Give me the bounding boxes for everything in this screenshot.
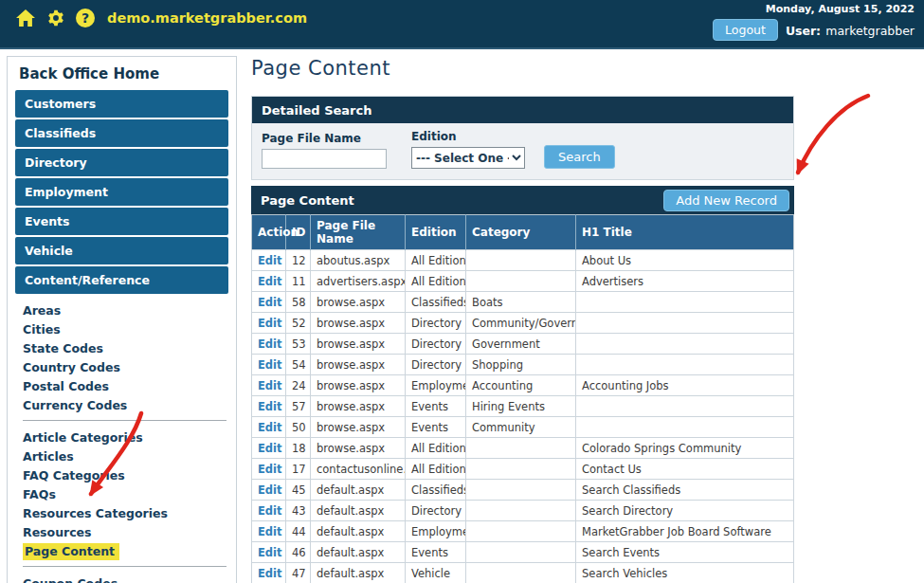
id-cell: 58	[286, 292, 311, 313]
h1-title-cell: MarketGrabber Job Board Software	[576, 521, 794, 542]
edit-link[interactable]: Edit	[258, 567, 282, 580]
sidebar-section-button[interactable]: Directory	[15, 149, 228, 176]
edit-link[interactable]: Edit	[258, 358, 282, 372]
sidebar-section-button[interactable]: Classifieds	[15, 119, 228, 147]
edit-link[interactable]: Edit	[258, 504, 282, 518]
edition-cell: All Editions	[406, 438, 466, 459]
sidebar: Back Office Home CustomersClassifiedsDir…	[7, 56, 237, 583]
action-cell: Edit	[252, 417, 286, 438]
sidebar-divider	[23, 566, 226, 567]
action-cell: Edit	[252, 501, 286, 521]
h1-title-cell	[576, 292, 794, 313]
table-row: Edit 57 browse.aspx Events Hiring Events	[252, 396, 794, 417]
h1-title-cell: Accounting Jobs	[576, 375, 794, 396]
logout-button[interactable]: Logout	[713, 19, 778, 41]
edit-link[interactable]: Edit	[258, 317, 282, 330]
sidebar-section-button[interactable]: Content/Reference	[15, 266, 228, 294]
column-header: Page File Name	[311, 215, 406, 250]
h1-title-cell: Search Vehicles	[576, 563, 794, 583]
edit-link[interactable]: Edit	[258, 463, 282, 476]
sidebar-title: Back Office Home	[8, 57, 236, 90]
category-cell: Boats	[466, 292, 576, 313]
sidebar-link[interactable]: Cities	[8, 319, 236, 338]
sidebar-section-button[interactable]: Events	[15, 208, 228, 235]
edit-link[interactable]: Edit	[258, 400, 282, 413]
h1-title-cell: Search Classifieds	[576, 480, 794, 501]
sidebar-link[interactable]: Postal Codes	[8, 376, 236, 395]
home-icon[interactable]	[15, 9, 36, 27]
page-file-name-cell: default.aspx	[311, 480, 406, 501]
page-file-name-cell: browse.aspx	[311, 355, 406, 375]
edit-link[interactable]: Edit	[258, 296, 282, 309]
sidebar-link[interactable]: Country Codes	[8, 357, 236, 376]
sidebar-link[interactable]: Articles	[8, 446, 236, 465]
search-button[interactable]: Search	[544, 145, 615, 169]
category-cell: Hiring Events	[466, 396, 576, 417]
help-icon[interactable]: ?	[76, 9, 95, 27]
id-cell: 43	[286, 501, 311, 521]
sidebar-section-button[interactable]: Vehicle	[15, 237, 228, 264]
h1-title-cell	[576, 334, 794, 355]
edition-cell: Classifieds	[406, 480, 466, 501]
sidebar-links-group3: Coupon CodesDisplay AdvertisingDisplay A…	[8, 574, 236, 583]
page-file-name-cell: browse.aspx	[311, 313, 406, 334]
sidebar-link[interactable]: FAQ Categories	[8, 465, 236, 484]
sidebar-link[interactable]: Resources	[8, 522, 236, 541]
edition-cell: Events	[406, 417, 466, 438]
table-row: Edit 43 default.aspx Directory Search Di…	[252, 501, 794, 521]
category-cell	[466, 480, 576, 501]
edit-link[interactable]: Edit	[258, 421, 282, 434]
sidebar-link[interactable]: Areas	[8, 301, 236, 319]
gear-icon[interactable]	[46, 9, 65, 27]
category-cell: Shopping	[466, 355, 576, 375]
edition-cell: Vehicle	[406, 563, 466, 583]
edit-link[interactable]: Edit	[258, 442, 282, 455]
page-file-name-cell: browse.aspx	[311, 438, 406, 459]
sidebar-section-button[interactable]: Customers	[15, 90, 228, 118]
sidebar-link[interactable]: Resources Categories	[8, 503, 236, 522]
sidebar-link[interactable]: Page Content	[8, 541, 236, 560]
edit-link[interactable]: Edit	[258, 254, 282, 267]
edit-link[interactable]: Edit	[258, 525, 282, 538]
page-file-name-cell: browse.aspx	[311, 292, 406, 313]
category-cell: Community/Government	[466, 313, 576, 334]
id-cell: 12	[286, 250, 311, 271]
edit-link[interactable]: Edit	[258, 379, 282, 392]
edit-link[interactable]: Edit	[258, 483, 282, 497]
action-cell: Edit	[252, 375, 286, 396]
edit-link[interactable]: Edit	[258, 275, 282, 288]
main-content: Page Content Detailed Search Page File N…	[251, 57, 794, 583]
page-file-name-cell: browse.aspx	[311, 334, 406, 355]
sidebar-divider	[23, 420, 226, 421]
username: marketgrabber	[825, 24, 915, 38]
page-file-name-cell: contactusonline.aspx	[311, 459, 406, 480]
panel-title: Page Content	[261, 193, 354, 208]
id-cell: 57	[286, 396, 311, 417]
edition-cell: Employment	[406, 521, 466, 542]
h1-title-cell: Search Directory	[576, 501, 794, 521]
sidebar-section-button[interactable]: Employment	[15, 178, 228, 206]
category-cell: Community	[466, 417, 576, 438]
table-row: Edit 58 browse.aspx Classifieds Boats	[252, 292, 794, 313]
edit-link[interactable]: Edit	[258, 546, 282, 559]
table-row: Edit 52 browse.aspx Directory Community/…	[252, 313, 794, 334]
category-cell	[466, 271, 576, 292]
edition-cell: All Editions	[406, 459, 466, 480]
sidebar-link[interactable]: Currency Codes	[8, 395, 236, 414]
action-cell: Edit	[252, 313, 286, 334]
table-header-row: ActionIDPage File NameEditionCategoryH1 …	[252, 215, 794, 250]
page-file-name-cell: default.aspx	[311, 521, 406, 542]
sidebar-link[interactable]: Coupon Codes	[8, 574, 236, 583]
page-file-name-input[interactable]	[262, 149, 387, 169]
table-row: Edit 46 default.aspx Events Search Event…	[252, 542, 794, 563]
id-cell: 44	[286, 521, 311, 542]
id-cell: 45	[286, 480, 311, 501]
sidebar-link[interactable]: FAQs	[8, 484, 236, 503]
category-cell	[466, 521, 576, 542]
add-new-record-button[interactable]: Add New Record	[663, 190, 789, 211]
column-header: Edition	[406, 215, 466, 250]
edit-link[interactable]: Edit	[258, 337, 282, 351]
edition-select[interactable]: --- Select One ---	[411, 147, 525, 169]
sidebar-link[interactable]: State Codes	[8, 338, 236, 357]
sidebar-link[interactable]: Article Categories	[8, 428, 236, 446]
